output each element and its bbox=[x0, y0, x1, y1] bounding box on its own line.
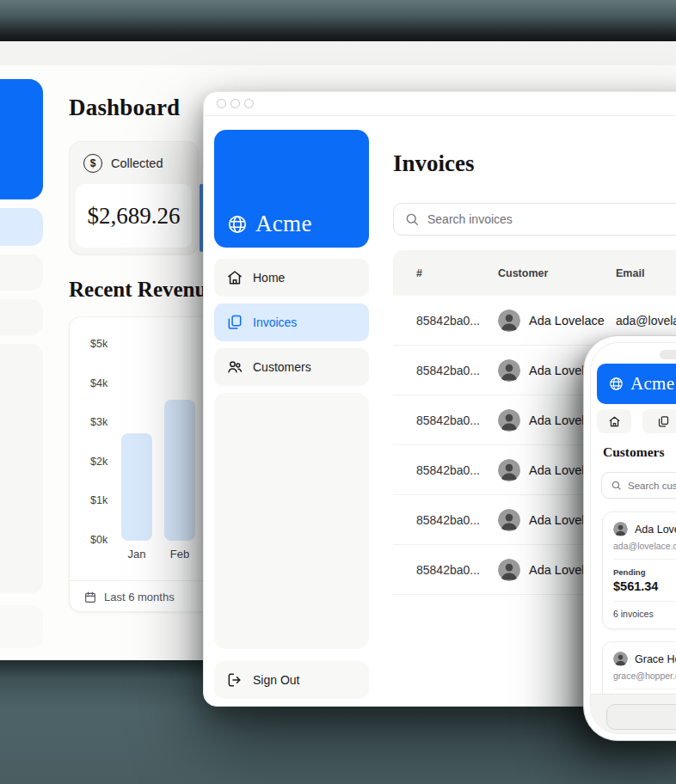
pending-amount: $561.34 bbox=[613, 579, 676, 593]
customer-email: ada@lovelace.com bbox=[613, 541, 676, 551]
phone-screen: Acme Custome bbox=[590, 342, 676, 734]
revenue-bar bbox=[121, 433, 152, 541]
phone-nav bbox=[597, 409, 676, 433]
revenue-section-title: Recent Revenue bbox=[69, 278, 216, 302]
sidebar-item-home[interactable]: Home bbox=[214, 259, 369, 297]
invoice-number: 85842ba0... bbox=[416, 413, 498, 427]
sidebar: Acme Home Invoices Customers bbox=[214, 130, 369, 649]
y-axis-tick: $4k bbox=[90, 377, 108, 389]
x-axis-label: Feb bbox=[170, 548, 189, 560]
divider bbox=[613, 689, 676, 689]
divider bbox=[613, 601, 676, 602]
invoice-number: 85842ba0... bbox=[416, 463, 498, 477]
phone-brand-card: Acme bbox=[597, 364, 676, 404]
column-email: Email bbox=[616, 267, 676, 279]
dashboard-sidebar-item[interactable] bbox=[0, 605, 43, 648]
dollar-circle-icon: $ bbox=[83, 154, 102, 173]
phone-bottom-action[interactable] bbox=[606, 704, 676, 730]
window-titlebar bbox=[204, 92, 676, 116]
revenue-bar bbox=[164, 400, 195, 541]
home-icon bbox=[608, 415, 621, 428]
customer-avatar bbox=[498, 409, 520, 432]
divider bbox=[613, 559, 676, 560]
y-axis-tick: $1k bbox=[90, 494, 108, 506]
column-number: # bbox=[416, 267, 498, 279]
zoom-button[interactable] bbox=[244, 99, 254, 108]
camera-notch-icon bbox=[660, 350, 676, 359]
sidebar-empty-panel bbox=[214, 393, 369, 649]
customer-name: Ada Lovelace bbox=[635, 524, 676, 536]
customer-avatar bbox=[498, 309, 520, 332]
search-icon bbox=[611, 480, 622, 491]
brand-name: Acme bbox=[255, 211, 312, 237]
customer-avatar bbox=[498, 509, 520, 531]
customers-icon bbox=[226, 358, 243, 376]
phone-brand-name: Acme bbox=[630, 373, 674, 395]
x-axis-label: Jan bbox=[128, 548, 146, 560]
phone-nav-home[interactable] bbox=[597, 409, 631, 433]
invoice-search[interactable] bbox=[393, 203, 676, 236]
sign-out-icon bbox=[226, 671, 243, 689]
phone-frame: Acme Custome bbox=[583, 335, 676, 741]
sidebar-item-invoices[interactable]: Invoices bbox=[214, 303, 369, 341]
customer-email: grace@hopper.com bbox=[613, 671, 676, 681]
customer-email: ada@lovelace.com bbox=[616, 314, 676, 328]
phone-nav-invoices[interactable] bbox=[642, 409, 676, 433]
invoice-number: 85842ba0... bbox=[416, 563, 498, 577]
y-axis-tick: $2k bbox=[90, 456, 108, 468]
globe-icon bbox=[226, 213, 249, 236]
dashboard-sidebar-item[interactable] bbox=[0, 254, 43, 291]
search-icon bbox=[404, 211, 420, 227]
customer-card[interactable]: Ada Lovelace ada@lovelace.com Pending $5… bbox=[602, 511, 676, 629]
invoice-table-header: # Customer Email bbox=[393, 250, 676, 296]
y-axis-tick: $0k bbox=[90, 534, 108, 546]
phone-bottom-bar bbox=[591, 694, 676, 734]
sidebar-item-customers[interactable]: Customers bbox=[214, 348, 369, 386]
invoice-number: 85842ba0... bbox=[416, 513, 498, 527]
invoice-customer: Ada Lovelace bbox=[498, 309, 616, 332]
phone-customer-search[interactable]: Search customers bbox=[601, 472, 676, 499]
page-title: Invoices bbox=[393, 150, 475, 177]
customer-avatar bbox=[498, 459, 520, 481]
y-axis-tick: $3k bbox=[90, 416, 108, 428]
sidebar-item-label: Customers bbox=[253, 360, 311, 374]
collected-label: Collected bbox=[111, 156, 163, 170]
invoices-icon bbox=[226, 314, 243, 331]
sidebar-item-label: Home bbox=[253, 271, 285, 285]
phone-page-title: Customers bbox=[603, 444, 664, 460]
invoice-number: 85842ba0... bbox=[416, 314, 498, 328]
pending-label: Pending bbox=[613, 567, 676, 577]
calendar-icon bbox=[83, 591, 97, 604]
sign-out-label: Sign Out bbox=[253, 673, 299, 687]
customer-avatar bbox=[498, 559, 520, 581]
invoice-number: 85842ba0... bbox=[416, 364, 498, 377]
customer-avatar bbox=[498, 359, 520, 382]
close-button[interactable] bbox=[217, 99, 226, 108]
dashboard-sidebar-item[interactable] bbox=[0, 299, 43, 335]
customer-name: Grace Hopper bbox=[635, 653, 676, 665]
dashboard-sidebar-item-active[interactable] bbox=[0, 208, 43, 246]
globe-icon bbox=[608, 376, 624, 392]
search-input[interactable] bbox=[427, 212, 676, 226]
marketing-hero: Dashboard $ Collected $2,689.26 Recent R… bbox=[0, 0, 676, 784]
sidebar-item-label: Invoices bbox=[253, 315, 297, 329]
dashboard-sidebar-panel bbox=[0, 344, 43, 593]
brand-card: Acme bbox=[214, 130, 369, 248]
chart-range-label: Last 6 months bbox=[104, 591, 175, 603]
customer-avatar bbox=[613, 522, 628, 536]
customer-name: Ada Lovelace bbox=[529, 314, 605, 328]
collected-card: $ Collected $2,689.26 bbox=[69, 141, 199, 254]
collected-amount-box: $2,689.26 bbox=[76, 184, 192, 248]
invoice-count: 6 invoices bbox=[613, 609, 676, 619]
sign-out-button[interactable]: Sign Out bbox=[214, 661, 369, 699]
phone-search-placeholder: Search customers bbox=[628, 481, 676, 491]
minimize-button[interactable] bbox=[230, 99, 240, 108]
home-icon bbox=[226, 269, 243, 286]
dashboard-sidebar-brand-card bbox=[0, 79, 43, 199]
invoices-icon bbox=[657, 415, 670, 428]
collected-amount: $2,689.26 bbox=[88, 203, 181, 230]
dashboard-page-title: Dashboard bbox=[69, 95, 180, 121]
column-customer: Customer bbox=[498, 267, 616, 279]
customer-avatar bbox=[613, 652, 628, 666]
y-axis-tick: $5k bbox=[90, 338, 108, 350]
